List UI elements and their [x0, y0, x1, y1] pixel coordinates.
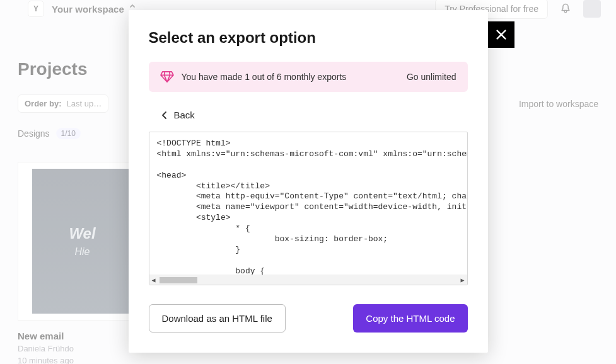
go-unlimited-link[interactable]: Go unlimited: [407, 72, 456, 82]
code-preview: <!DOCTYPE html> <html xmlns:v="urn:schem…: [149, 132, 468, 285]
download-html-button[interactable]: Download as an HTML file: [149, 304, 286, 333]
notice-text: You have made 1 out of 6 monthly exports: [182, 72, 347, 82]
back-label: Back: [174, 110, 195, 120]
scrollbar-thumb[interactable]: [160, 277, 197, 283]
chevron-left-icon: [161, 111, 168, 120]
modal-overlay[interactable]: Select an export option You have made 1 …: [0, 0, 616, 364]
export-quota-notice: You have made 1 out of 6 monthly exports…: [149, 62, 468, 92]
copy-html-button[interactable]: Copy the HTML code: [353, 304, 467, 333]
scroll-left-arrow-icon[interactable]: ◀: [151, 276, 157, 284]
horizontal-scrollbar[interactable]: ◀ ▶: [149, 275, 467, 285]
close-button[interactable]: [488, 21, 514, 48]
code-textarea[interactable]: <!DOCTYPE html> <html xmlns:v="urn:schem…: [149, 132, 467, 275]
export-modal: Select an export option You have made 1 …: [129, 10, 488, 353]
scroll-right-arrow-icon[interactable]: ▶: [459, 276, 465, 284]
close-icon: [494, 28, 508, 42]
modal-title: Select an export option: [149, 29, 468, 47]
modal-actions: Download as an HTML file Copy the HTML c…: [149, 304, 468, 333]
diamond-icon: [160, 71, 174, 83]
notice-left: You have made 1 out of 6 monthly exports: [160, 71, 347, 83]
back-button[interactable]: Back: [149, 106, 197, 132]
